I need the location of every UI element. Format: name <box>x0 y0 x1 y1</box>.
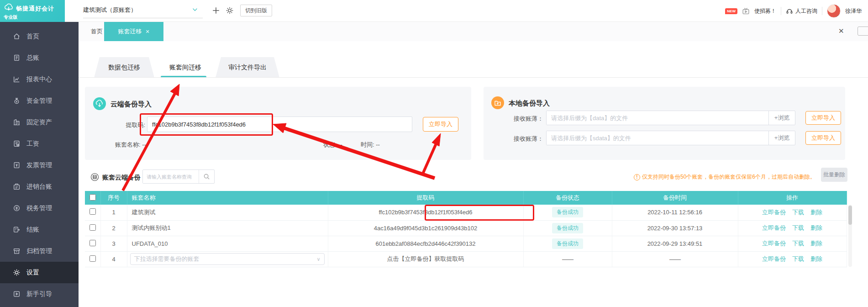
row-time: 2022-09-29 13:49:51 <box>612 236 738 251</box>
add-account-icon[interactable] <box>212 6 220 15</box>
status-badge: 备份成功 <box>552 207 583 217</box>
sidebar-item-label: 结账 <box>26 226 39 234</box>
account-selector[interactable]: 建筑测试（原账套） <box>83 0 203 18</box>
col-status: 备份状态 <box>523 191 612 205</box>
sidebar-item-label: 归档管理 <box>26 247 52 255</box>
sidebar-item-invoice[interactable]: 发票管理 <box>0 154 79 176</box>
close-all-tabs-icon[interactable]: ✕ <box>838 27 844 35</box>
backup-now-link[interactable]: 立即备份 <box>762 255 786 263</box>
row-checkbox[interactable] <box>89 240 96 246</box>
guide-play-icon <box>13 290 21 298</box>
cloud-panel-title: 云端备份导入 <box>110 100 152 109</box>
cloud-import-button[interactable]: 立即导入 <box>423 117 458 132</box>
sidebar-item-closing[interactable]: 结账 <box>0 219 79 240</box>
batch-delete-button[interactable]: 批量删除 <box>821 168 847 182</box>
cloud-backup-list-icon <box>90 173 99 181</box>
brand-title: 畅捷通好会计 <box>16 5 54 13</box>
select-all-checkbox[interactable] <box>89 194 96 201</box>
scrollbar-thumb[interactable] <box>848 206 852 225</box>
closing-book-icon <box>13 226 21 233</box>
delete-link[interactable]: 删除 <box>810 208 822 217</box>
sidebar-item-home[interactable]: 首页 <box>0 26 79 47</box>
sidebar-item-report-center[interactable]: 报表中心 <box>0 69 79 90</box>
support-link[interactable]: 人工咨询 <box>786 7 817 15</box>
status-value: 状态: -- <box>323 141 342 149</box>
backup-now-link[interactable]: 立即备份 <box>762 208 786 217</box>
divider <box>822 7 822 15</box>
recruit-link[interactable]: 使招募！ <box>754 7 776 15</box>
backup-section-title: 账套云端备份 <box>102 174 141 182</box>
download-link[interactable]: 下载 <box>792 255 804 263</box>
search-input[interactable] <box>143 170 199 183</box>
col-time: 备份时间 <box>612 191 738 205</box>
backup-now-link[interactable]: 立即备份 <box>762 224 786 232</box>
invoice-icon <box>13 161 21 169</box>
video-icon <box>742 7 750 15</box>
table-header-row: 序号 账套名称 提取码 备份状态 备份时间 操作 <box>85 191 847 205</box>
download-link[interactable]: 下载 <box>792 224 804 232</box>
ledger-icon <box>13 54 21 62</box>
sidebar-item-guide[interactable]: 新手引导 <box>0 283 79 305</box>
avatar[interactable] <box>827 4 841 18</box>
tab-menu-icon[interactable] <box>857 26 868 36</box>
extraction-code-input[interactable] <box>147 116 412 132</box>
local-import-button-2[interactable]: 立即导入 <box>805 131 841 145</box>
account-set-dropdown[interactable]: 下拉选择需要备份的账套 ∨ <box>130 253 325 265</box>
tab-strip: 首页 账套迁移 ✕ ✕ <box>79 22 868 41</box>
local-import-button-1[interactable]: 立即导入 <box>805 111 841 125</box>
row-code: 601ebb2af0884ecfb2d446c42f390132 <box>328 236 523 251</box>
sidebar-item-label: 发票管理 <box>26 161 52 169</box>
file-input-sdata[interactable] <box>547 131 768 145</box>
file-picker-2: +浏览 <box>546 131 795 145</box>
dropdown-placeholder: 下拉选择需要备份的账套 <box>134 255 200 263</box>
subtab-between-account-sets[interactable]: 账套间迁移 <box>155 57 216 78</box>
sidebar-item-fixed-assets[interactable]: 固定资产 <box>0 111 79 133</box>
cloud-logo-icon <box>4 3 14 15</box>
building-icon <box>13 118 21 126</box>
table-scrollbar[interactable] <box>848 205 852 267</box>
sidebar-item-archive[interactable]: 归档管理 <box>0 240 79 262</box>
search-icon[interactable] <box>199 170 214 183</box>
row-checkbox[interactable] <box>89 224 96 231</box>
home-icon <box>13 32 21 40</box>
row-status-empty: —— <box>523 251 612 267</box>
col-no: 序号 <box>100 191 127 205</box>
local-panel-title: 本地备份导入 <box>509 99 550 108</box>
row-code: 4ac16a49d9f045d3b1c261909d43b102 <box>328 220 523 236</box>
sidebar-item-funds[interactable]: 资金管理 <box>0 90 79 111</box>
row-checkbox[interactable] <box>89 255 96 262</box>
sidebar-item-tax[interactable]: 税务管理 <box>0 197 79 219</box>
sidebar-item-general-ledger[interactable]: 总账 <box>0 47 79 69</box>
delete-link[interactable]: 删除 <box>810 255 822 263</box>
download-link[interactable]: 下载 <box>792 239 804 248</box>
tab-account-migration[interactable]: 账套迁移 ✕ <box>104 22 163 41</box>
money-bag-icon <box>13 97 21 105</box>
row-name: 测试内账别动1 <box>127 220 328 236</box>
row-name: UFDATA_010 <box>127 236 328 251</box>
gear-icon[interactable] <box>226 6 234 15</box>
sidebar-item-label: 税务管理 <box>26 204 52 212</box>
file-picker-1: +浏览 <box>546 111 795 125</box>
file-input-data[interactable] <box>547 111 768 125</box>
app-window: 畅捷通好会计 专业版 建筑测试（原账套） 切到旧版 NEW <box>0 0 868 307</box>
subtab-audit-export[interactable]: 审计文件导出 <box>216 57 279 78</box>
row-checkbox[interactable] <box>89 208 96 215</box>
backup-now-link[interactable]: 立即备份 <box>762 239 786 248</box>
switch-old-version-button[interactable]: 切到旧版 <box>240 5 272 16</box>
download-link[interactable]: 下载 <box>792 208 804 217</box>
archive-icon <box>13 247 21 255</box>
row-no: 2 <box>100 220 127 236</box>
cloud-download-icon <box>93 97 106 110</box>
row-no: 1 <box>100 205 127 220</box>
browse-button-1[interactable]: +浏览 <box>768 111 795 125</box>
sidebar-item-payroll[interactable]: 工资 <box>0 133 79 154</box>
topbar: 建筑测试（原账套） 切到旧版 NEW 使招募！ <box>65 0 868 22</box>
sidebar-item-settings[interactable]: 设置 <box>0 262 79 283</box>
subtab-data-package[interactable]: 数据包迁移 <box>94 57 154 78</box>
notice-text: 仅支持同时备份50个账套，备份的账套仅保留6个月，过期后自动删除。 <box>642 173 815 181</box>
delete-link[interactable]: 删除 <box>810 239 822 248</box>
sidebar-item-purchase-sales[interactable]: 进销台账 <box>0 176 79 197</box>
tab-close-icon[interactable]: ✕ <box>145 29 149 35</box>
browse-button-2[interactable]: +浏览 <box>768 131 795 145</box>
delete-link[interactable]: 删除 <box>810 224 822 232</box>
